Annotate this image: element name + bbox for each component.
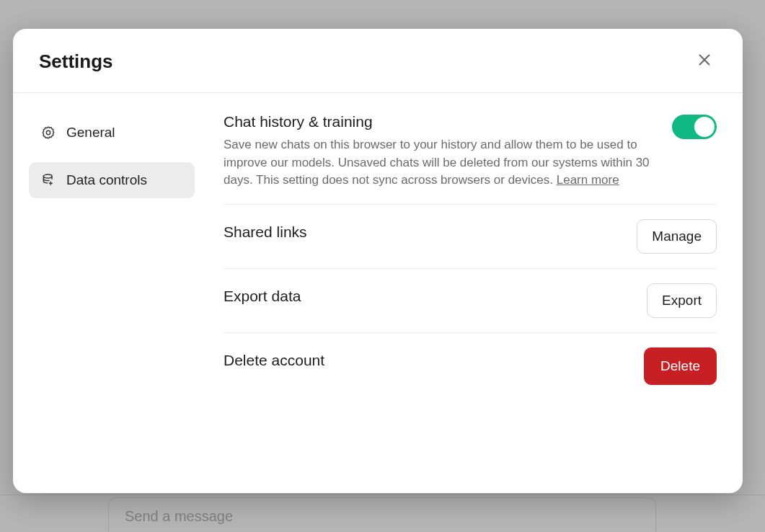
delete-account-button[interactable]: Delete xyxy=(644,347,717,385)
close-button[interactable] xyxy=(692,49,717,74)
setting-title: Chat history & training xyxy=(224,113,658,130)
export-data-button[interactable]: Export xyxy=(647,283,717,318)
settings-modal: Settings General xyxy=(13,29,743,493)
setting-description: Save new chats on this browser to your h… xyxy=(224,136,656,190)
settings-sidebar: General Data controls xyxy=(13,93,211,493)
learn-more-link[interactable]: Learn more xyxy=(557,173,619,187)
svg-point-2 xyxy=(46,130,50,134)
setting-delete-account: Delete account Delete xyxy=(224,333,717,399)
sidebar-item-data-controls[interactable]: Data controls xyxy=(29,162,195,198)
setting-export-data: Export data Export xyxy=(224,269,717,333)
modal-title: Settings xyxy=(39,50,113,73)
setting-title: Export data xyxy=(224,283,632,305)
setting-title: Shared links xyxy=(224,219,622,241)
data-controls-icon xyxy=(40,172,56,188)
sidebar-item-label: General xyxy=(66,125,115,141)
setting-chat-history: Chat history & training Save new chats o… xyxy=(224,113,717,205)
chat-history-toggle[interactable] xyxy=(672,115,717,139)
manage-shared-links-button[interactable]: Manage xyxy=(637,219,717,254)
close-icon xyxy=(697,52,712,71)
setting-shared-links: Shared links Manage xyxy=(224,205,717,269)
toggle-knob xyxy=(694,117,715,137)
gear-icon xyxy=(40,125,56,141)
modal-body: General Data controls Chat xyxy=(13,93,743,493)
settings-content: Chat history & training Save new chats o… xyxy=(211,93,743,493)
modal-header: Settings xyxy=(13,29,743,93)
setting-title: Delete account xyxy=(224,347,629,369)
svg-point-3 xyxy=(43,174,52,178)
sidebar-item-label: Data controls xyxy=(66,172,147,188)
sidebar-item-general[interactable]: General xyxy=(29,115,195,151)
